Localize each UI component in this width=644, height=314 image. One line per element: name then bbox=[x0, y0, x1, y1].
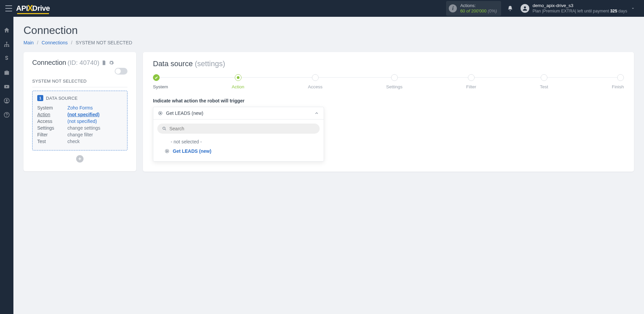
chevron-up-icon bbox=[314, 111, 319, 116]
step-label: Access bbox=[308, 84, 323, 89]
ds-key: Test bbox=[37, 139, 61, 144]
help-icon[interactable] bbox=[3, 111, 10, 118]
data-source-box[interactable]: 1 DATA SOURCE SystemZoho Forms Action(no… bbox=[32, 91, 127, 150]
left-sidebar bbox=[0, 17, 13, 314]
option-get-leads[interactable]: Get LEADS (new) bbox=[159, 146, 318, 156]
ds-row-filter: Filterchange filter bbox=[37, 131, 122, 138]
connection-card: Connection (ID: 40740) SYSTEM NOT SELECT… bbox=[23, 52, 136, 171]
breadcrumb-current: SYSTEM NOT SELECTED bbox=[76, 40, 132, 45]
ds-val-test[interactable]: check bbox=[67, 139, 80, 144]
plan-suffix1: | left until payment bbox=[575, 9, 610, 13]
actions-of: of bbox=[466, 8, 470, 13]
field-label: Indicate what action the robot will trig… bbox=[153, 98, 624, 103]
connection-subtitle: SYSTEM NOT SELECTED bbox=[32, 79, 127, 87]
breadcrumb-connections[interactable]: Connections bbox=[42, 40, 68, 45]
ds-val-access[interactable]: (not specified) bbox=[67, 119, 97, 124]
dropdown-panel: Get LEADS (new) - not selected - G bbox=[153, 107, 324, 162]
dropdown-options: - not selected - Get LEADS (new) bbox=[157, 134, 320, 157]
search-input[interactable] bbox=[169, 126, 315, 131]
play-icon bbox=[158, 111, 163, 116]
ds-val-system[interactable]: Zoho Forms bbox=[67, 105, 93, 110]
step-settings[interactable]: Settings bbox=[386, 74, 402, 89]
ds-val-filter[interactable]: change filter bbox=[67, 132, 93, 137]
option-get-leads-text: Get LEADS (new) bbox=[173, 148, 211, 154]
home-icon[interactable] bbox=[3, 27, 10, 34]
svg-point-0 bbox=[524, 6, 526, 8]
menu-icon[interactable] bbox=[5, 5, 12, 11]
account-icon[interactable] bbox=[3, 97, 10, 104]
user-menu[interactable]: demo_apix-drive_s3 Plan |Premium EXTRA| … bbox=[521, 3, 639, 14]
search-icon bbox=[162, 126, 167, 131]
gear-icon[interactable] bbox=[109, 60, 114, 65]
connection-toggle[interactable] bbox=[115, 68, 127, 75]
step-access[interactable]: Access bbox=[308, 74, 323, 89]
option-not-selected[interactable]: - not selected - bbox=[159, 137, 318, 146]
data-source-title: DATA SOURCE bbox=[46, 96, 78, 101]
breadcrumb: Main / Connections / SYSTEM NOT SELECTED bbox=[23, 40, 634, 45]
step-label: Filter bbox=[466, 84, 476, 89]
avatar-icon bbox=[521, 4, 529, 13]
ds-key: Action bbox=[37, 112, 61, 117]
logo-part2: X bbox=[27, 3, 33, 13]
plan-name: Premium EXTRA bbox=[543, 9, 575, 13]
connection-title-row: Connection (ID: 40740) bbox=[32, 59, 127, 75]
step-label: Test bbox=[540, 84, 548, 89]
right-title: Data source (settings) bbox=[153, 59, 624, 68]
bell-icon[interactable] bbox=[507, 5, 513, 11]
add-button[interactable]: + bbox=[76, 155, 84, 163]
logo[interactable]: API X Drive bbox=[16, 3, 50, 14]
svg-rect-1 bbox=[6, 42, 7, 43]
username: demo_apix-drive_s3 bbox=[533, 3, 627, 9]
billing-icon[interactable] bbox=[3, 55, 10, 62]
plan-line: Plan |Premium EXTRA| left until payment … bbox=[533, 9, 627, 14]
actions-current: 60 bbox=[460, 8, 465, 13]
ds-key: Filter bbox=[37, 132, 61, 137]
ds-row-test: Testcheck bbox=[37, 138, 122, 145]
ds-val-settings[interactable]: change settings bbox=[67, 125, 100, 131]
ds-val-action[interactable]: (not specified) bbox=[67, 112, 100, 117]
breadcrumb-sep: / bbox=[71, 40, 72, 45]
ds-row-settings: Settingschange settings bbox=[37, 125, 122, 131]
search-box[interactable] bbox=[157, 124, 320, 134]
youtube-icon[interactable] bbox=[3, 83, 10, 90]
logo-part3: Drive bbox=[32, 4, 50, 13]
data-source-badge: 1 bbox=[37, 95, 43, 101]
step-label: Settings bbox=[386, 84, 402, 89]
svg-point-11 bbox=[163, 127, 165, 129]
step-action[interactable]: Action bbox=[232, 74, 245, 89]
actions-counter[interactable]: i Actions: 60 of 200'000 (0%) bbox=[446, 1, 501, 16]
svg-rect-2 bbox=[4, 46, 5, 47]
dropdown-selected-text: Get LEADS (new) bbox=[166, 110, 311, 116]
step-system[interactable]: System bbox=[153, 74, 168, 89]
ds-row-system: SystemZoho Forms bbox=[37, 104, 122, 111]
step-label: Finish bbox=[612, 84, 624, 89]
actions-label: Actions: bbox=[460, 3, 497, 8]
breadcrumb-main[interactable]: Main bbox=[23, 40, 34, 45]
svg-point-7 bbox=[6, 99, 8, 101]
data-source-head: 1 DATA SOURCE bbox=[37, 95, 122, 101]
actions-text: Actions: 60 of 200'000 (0%) bbox=[460, 3, 497, 14]
plan-prefix: Plan | bbox=[533, 9, 543, 13]
right-title-main: Data source bbox=[153, 59, 193, 68]
page-title: Connection bbox=[23, 24, 634, 37]
info-icon: i bbox=[449, 4, 457, 12]
ds-row-access: Access(not specified) bbox=[37, 118, 122, 125]
step-test[interactable]: Test bbox=[540, 74, 548, 89]
plan-days: 325 bbox=[610, 9, 617, 13]
document-icon[interactable] bbox=[101, 60, 107, 65]
main-content: Connection Main / Connections / SYSTEM N… bbox=[13, 17, 644, 314]
top-header: API X Drive i Actions: 60 of 200'000 (0%… bbox=[0, 0, 644, 17]
chevron-down-icon bbox=[631, 6, 635, 11]
briefcase-icon[interactable] bbox=[3, 69, 10, 76]
step-finish[interactable]: Finish bbox=[612, 74, 624, 89]
step-label: System bbox=[153, 84, 168, 89]
ds-key: Access bbox=[37, 119, 61, 124]
action-dropdown: Get LEADS (new) - not selected - G bbox=[153, 107, 324, 162]
step-filter[interactable]: Filter bbox=[466, 74, 476, 89]
ds-row-action: Action(not specified) bbox=[37, 111, 122, 118]
dropdown-body: - not selected - Get LEADS (new) bbox=[153, 120, 324, 161]
connections-icon[interactable] bbox=[3, 41, 10, 48]
connection-id: (ID: 40740) bbox=[67, 59, 99, 66]
dropdown-selected[interactable]: Get LEADS (new) bbox=[153, 107, 324, 120]
right-title-sub: (settings) bbox=[195, 59, 225, 68]
